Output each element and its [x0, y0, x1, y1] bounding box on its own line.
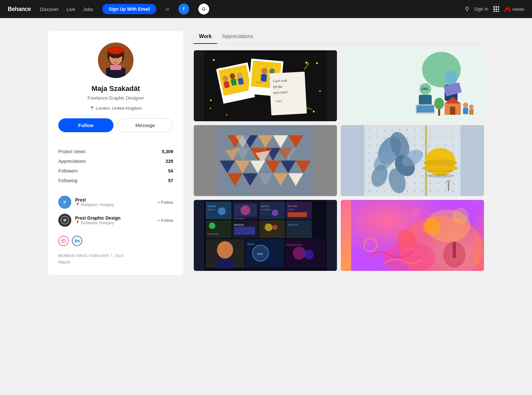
- avatar: [98, 43, 133, 78]
- page-container: Maja Szakadát Freelance Graphic Designer…: [40, 31, 492, 275]
- svg-point-207: [384, 190, 385, 192]
- svg-point-128: [422, 137, 423, 139]
- svg-point-127: [414, 137, 416, 139]
- sidebar: Maja Szakadát Freelance Graphic Designer…: [48, 31, 183, 275]
- svg-point-16: [113, 56, 114, 58]
- svg-point-76: [469, 104, 474, 109]
- svg-point-34: [210, 108, 211, 109]
- svg-point-257: [272, 225, 278, 230]
- project-card-1[interactable]: ✦ ✦ ★ ✸: [194, 50, 337, 121]
- tab-work[interactable]: Work: [194, 31, 217, 44]
- nav-live[interactable]: Live: [66, 6, 75, 12]
- navbar-links: Discover Live Jobs: [40, 6, 94, 12]
- message-button[interactable]: Message: [117, 118, 173, 132]
- project-card-5[interactable]: GLOBAL HEALTH STRATEGY HEALTH PLANNING S…: [194, 200, 337, 271]
- google-button[interactable]: G: [198, 4, 209, 15]
- svg-point-142: [437, 145, 438, 146]
- svg-rect-1: [496, 6, 497, 8]
- follow-button[interactable]: Follow: [58, 118, 113, 132]
- org-prezi-location: 📍 Budapest, Hungary: [75, 202, 114, 207]
- svg-rect-0: [493, 6, 495, 8]
- navbar-logo[interactable]: Behance: [8, 6, 31, 13]
- svg-point-203: [445, 183, 446, 184]
- project-thumb-6: [341, 200, 484, 271]
- svg-point-131: [445, 137, 446, 139]
- nav-jobs[interactable]: Jobs: [83, 6, 93, 12]
- svg-text:SETTING: SETTING: [288, 205, 297, 207]
- grid-icon[interactable]: [493, 6, 499, 12]
- svg-point-30: [75, 239, 76, 240]
- svg-point-200: [422, 183, 423, 184]
- svg-point-256: [265, 223, 272, 231]
- svg-point-121: [369, 137, 370, 139]
- svg-rect-29: [75, 240, 76, 242]
- svg-rect-77: [469, 109, 474, 115]
- svg-rect-5: [498, 8, 499, 10]
- svg-point-17: [117, 56, 119, 58]
- svg-text:GOALS: GOALS: [288, 209, 294, 211]
- svg-point-139: [414, 145, 416, 146]
- navbar: Behance Discover Live Jobs Sign Up With …: [0, 0, 532, 18]
- svg-point-229: [426, 174, 454, 178]
- search-icon[interactable]: ⚲: [465, 5, 469, 13]
- svg-point-32: [213, 59, 215, 61]
- orgs-section: P Prezi 📍 Budapest, Hungary + Follow: [58, 193, 173, 229]
- signup-button[interactable]: Sign Up With Email: [102, 4, 156, 14]
- org-prezi: P Prezi 📍 Budapest, Hungary + Follow: [58, 193, 173, 211]
- svg-point-132: [452, 137, 454, 139]
- svg-point-27: [63, 219, 66, 222]
- content-tabs: Work Appreciations: [194, 31, 484, 44]
- svg-text:ANALYSIS: ANALYSIS: [288, 224, 299, 226]
- svg-rect-22: [108, 48, 124, 52]
- svg-point-117: [437, 129, 438, 131]
- org-prezi-gd-location-pin: 📍: [75, 221, 80, 225]
- svg-rect-258: [286, 220, 312, 238]
- tab-appreciations[interactable]: Appreciations: [217, 31, 259, 44]
- stat-value-appreciations: 229: [166, 159, 173, 164]
- svg-point-208: [391, 190, 393, 192]
- svg-rect-262: [217, 259, 233, 268]
- org-prezi-gd-follow-btn[interactable]: + Follow: [157, 218, 173, 223]
- svg-point-33: [316, 62, 318, 64]
- project-thumb-3: [194, 125, 337, 196]
- project-thumb-1: ✦ ✦ ★ ✸: [194, 50, 337, 121]
- project-card-4[interactable]: [341, 125, 484, 196]
- facebook-button[interactable]: f: [178, 4, 189, 15]
- project-thumb-4: [341, 125, 484, 196]
- svg-text:OUTCOMES: OUTCOMES: [207, 233, 219, 235]
- svg-rect-4: [496, 8, 497, 10]
- svg-rect-2: [498, 6, 499, 8]
- svg-point-109: [376, 129, 378, 131]
- nav-discover[interactable]: Discover: [40, 6, 59, 12]
- project-card-3[interactable]: [194, 125, 337, 196]
- projects-grid: ✦ ✦ ★ ✸: [194, 50, 484, 271]
- project-card-2[interactable]: [341, 50, 484, 121]
- svg-rect-52: [261, 74, 267, 81]
- signin-link[interactable]: Sign In: [474, 6, 488, 12]
- svg-point-116: [429, 129, 431, 131]
- stat-value-views: 5,309: [162, 149, 173, 154]
- svg-point-164: [422, 160, 423, 162]
- project-card-6[interactable]: [341, 200, 484, 271]
- stat-project-views: Project Views 5,309: [58, 147, 173, 156]
- svg-point-206: [376, 190, 378, 192]
- dribbble-link[interactable]: [58, 236, 69, 246]
- svg-rect-248: [288, 212, 307, 217]
- svg-point-201: [429, 183, 431, 184]
- location-text: London, United Kingdom: [96, 106, 142, 111]
- org-prezi-follow-btn[interactable]: + Follow: [157, 200, 173, 205]
- location-icon: 📍: [90, 106, 94, 111]
- svg-text:MISSION: MISSION: [234, 224, 244, 226]
- svg-point-210: [407, 190, 408, 192]
- org-prezi-gd-location: 📍 Budapest, Hungary: [75, 221, 121, 225]
- report-link[interactable]: Report: [58, 260, 70, 264]
- navbar-right: ⚲ Sign In Adobe: [465, 5, 524, 13]
- svg-point-146: [376, 152, 378, 154]
- svg-point-228: [422, 165, 458, 171]
- stat-label-views: Project Views: [58, 149, 86, 154]
- svg-point-188: [422, 175, 423, 177]
- profile-location: 📍 London, United Kingdom: [58, 106, 173, 111]
- svg-point-119: [452, 129, 454, 131]
- svg-point-270: [304, 250, 314, 260]
- linkedin-link[interactable]: [72, 236, 82, 246]
